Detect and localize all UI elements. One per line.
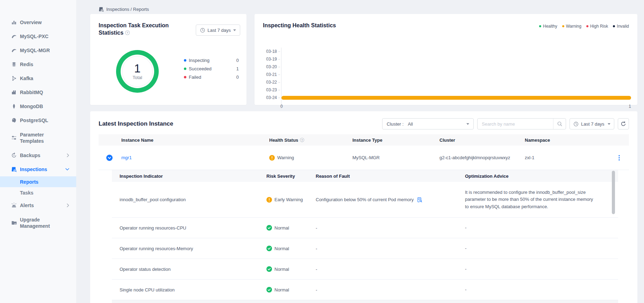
col-namespace: Namespace xyxy=(525,138,609,143)
sidebar-item-label: MySQL-PXC xyxy=(20,33,63,40)
caret-down-icon xyxy=(466,123,469,125)
early-warning-icon xyxy=(266,197,272,203)
chevron-down-icon xyxy=(65,168,69,171)
indicator-cell: Single node CPU utilization xyxy=(112,287,259,293)
sidebar-item-backups[interactable]: Backups xyxy=(0,148,76,162)
sidebar-item-redis[interactable]: Redis xyxy=(0,57,76,71)
reason-cell: - xyxy=(308,225,457,231)
sidebar-item-label: Overview xyxy=(20,19,63,26)
col-instance-name: Instance Name xyxy=(121,138,269,143)
sidebar-item-label: Tasks xyxy=(20,190,34,196)
svg-text:?: ? xyxy=(127,31,128,34)
legend-item: Inspecting 0 xyxy=(184,56,239,64)
collapse-row-icon[interactable] xyxy=(106,155,121,161)
backup-restore-icon xyxy=(11,153,17,158)
table-header: Instance Name Health Status? Instance Ty… xyxy=(99,134,629,146)
search-icon[interactable] xyxy=(553,119,566,129)
date-range-dropdown[interactable]: Last 7 days xyxy=(570,118,614,129)
sidebar-item-label: Reports xyxy=(20,179,38,185)
inspection-row: innodb_buffer_pool configuration Early W… xyxy=(112,182,618,218)
sidebar-item-reports[interactable]: Reports xyxy=(0,176,76,187)
mysql-dolphin-icon xyxy=(11,48,17,53)
caret-down-icon xyxy=(233,29,236,31)
sidebar-item-parameter-templates[interactable]: Parameter Templates xyxy=(0,127,76,148)
advice-cell: It is recommended to configure the innod… xyxy=(457,189,618,210)
reason-cell: - xyxy=(308,246,457,251)
refresh-button[interactable] xyxy=(618,118,629,129)
legend-dot xyxy=(184,59,186,62)
search-input[interactable] xyxy=(482,121,553,127)
legend-dot xyxy=(539,25,541,27)
reason-cell: - xyxy=(308,287,457,293)
chevron-right-icon xyxy=(67,204,69,207)
date-range-label: Last 7 days xyxy=(581,121,604,127)
health-status-cell: Warning xyxy=(269,155,352,161)
instance-name-link[interactable]: mgr1 xyxy=(121,155,269,160)
latest-inspection-card: Latest Inspection Instance Cluster : All… xyxy=(90,111,637,303)
report-search-icon xyxy=(99,7,104,12)
rabbitmq-icon xyxy=(11,90,17,95)
plot-area: 0 1 xyxy=(281,48,631,109)
col-cluster: Cluster xyxy=(439,138,525,143)
view-report-icon[interactable] xyxy=(417,197,422,203)
kafka-icon xyxy=(11,76,17,81)
y-axis-labels: 03-18 03-19 03-20 03-21 03-22 03-23 03-2… xyxy=(263,48,281,109)
severity-cell: Early Warning xyxy=(259,197,308,203)
warning-icon xyxy=(269,155,275,161)
normal-icon xyxy=(266,287,272,293)
col-health-status: Health Status? xyxy=(269,138,352,143)
mysql-dolphin-icon xyxy=(11,34,17,39)
health-stats-card: Inspecting Health Statistics Healthy War… xyxy=(255,14,637,105)
sidebar-item-inspections[interactable]: Inspections xyxy=(0,162,76,176)
legend-dot xyxy=(184,76,186,78)
sidebar-item-mongodb[interactable]: MongoDB xyxy=(0,99,76,113)
severity-cell: Normal xyxy=(259,246,308,251)
legend-item: Succeeded 1 xyxy=(184,64,239,73)
health-legend: Healthy Warning High Risk Invalid xyxy=(539,24,629,29)
x-axis-labels: 0 1 xyxy=(281,104,631,109)
advice-cell: - xyxy=(457,245,618,252)
sidebar-item-alerts[interactable]: Alerts xyxy=(0,198,76,212)
breadcrumb-path: Inspections / Reports xyxy=(106,7,149,12)
donut-total-value: 1 xyxy=(134,63,141,75)
subtable-scrollbar-thumb[interactable] xyxy=(612,171,615,214)
sidebar-item-mysql-mgr[interactable]: MySQL-MGR xyxy=(0,43,76,57)
sidebar-item-rabbitmq[interactable]: RabbitMQ xyxy=(0,85,76,99)
help-icon[interactable]: ? xyxy=(300,138,305,142)
col-instance-type: Instance Type xyxy=(352,138,439,143)
svg-text:?: ? xyxy=(301,138,303,141)
task-donut-chart: 1 Total xyxy=(116,50,159,93)
sidebar-item-upgrade-management[interactable]: Upgrade Management xyxy=(0,212,76,233)
sidebar-item-postgresql[interactable]: PostgreSQL xyxy=(0,113,76,127)
inspection-row: Single node CPU utilization Normal - - xyxy=(112,280,618,300)
legend-item: Failed 0 xyxy=(184,73,239,81)
help-icon[interactable]: ? xyxy=(125,30,130,35)
legend-dot xyxy=(586,25,588,27)
sidebar-item-label: MongoDB xyxy=(20,103,63,110)
chevron-right-icon xyxy=(67,154,69,157)
alarm-icon xyxy=(11,203,17,208)
breadcrumb[interactable]: Inspections / Reports xyxy=(76,0,644,14)
search-box xyxy=(477,118,566,129)
inspection-detail-table: Inspection Indicator Risk Severity Reaso… xyxy=(112,170,618,303)
health-bar xyxy=(281,96,631,100)
sidebar-item-label: Redis xyxy=(20,61,63,68)
cluster-cell: g2-c1-abcdefghijklmnopqrstuvwxyz xyxy=(439,155,525,160)
sidebar-item-tasks[interactable]: Tasks xyxy=(0,187,76,198)
sidebar-item-overview[interactable]: Overview xyxy=(0,15,76,29)
cluster-select[interactable]: Cluster : All xyxy=(382,118,474,129)
bar-chart-icon xyxy=(11,20,17,25)
sidebar: Overview MySQL-PXC MySQL-MGR Redis Kafka… xyxy=(0,0,76,303)
date-range-dropdown[interactable]: Last 7 days xyxy=(196,24,241,36)
sidebar-item-label: Kafka xyxy=(20,75,63,82)
filter-bar: Cluster : All Last 7 days xyxy=(382,118,629,129)
row-actions-menu[interactable] xyxy=(617,154,621,162)
sidebar-item-mysql-pxc[interactable]: MySQL-PXC xyxy=(0,29,76,43)
sidebar-item-kafka[interactable]: Kafka xyxy=(0,71,76,85)
inspection-row: Operator running resources-Memory Normal… xyxy=(112,238,618,259)
legend-dot xyxy=(613,25,615,27)
instance-type-cell: MySQL-MGR xyxy=(352,155,439,160)
sidebar-item-label: MySQL-MGR xyxy=(20,47,63,54)
indicator-cell: Operator running resources-CPU xyxy=(112,225,259,231)
donut-legend: Inspecting 0 Succeeded 1 Failed 0 xyxy=(184,56,239,81)
